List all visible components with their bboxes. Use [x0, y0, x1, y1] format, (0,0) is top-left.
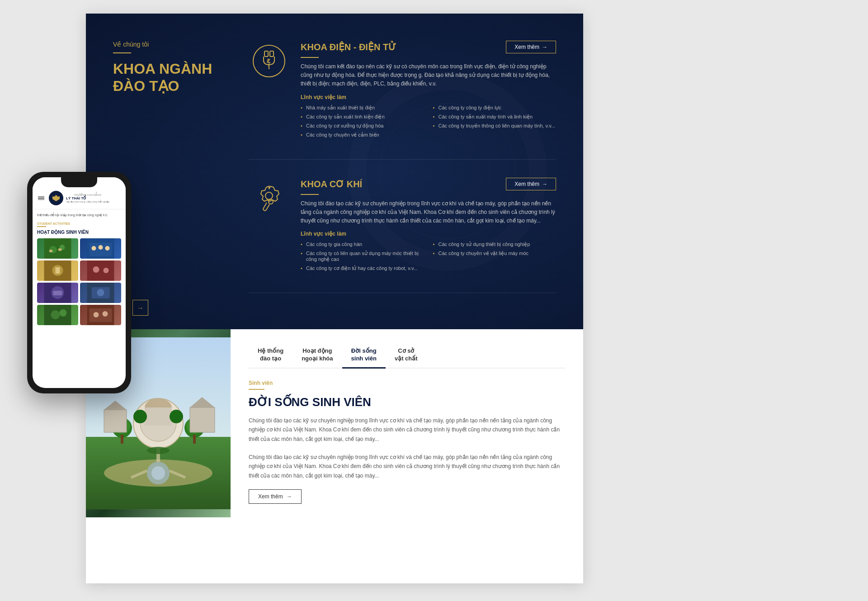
phone-content: thế thiếu để hội nhập trong thời đại côn… [33, 209, 126, 331]
tab-doi-song[interactable]: Đời sốngsinh viên [342, 343, 386, 369]
phone-img-activity6 [80, 305, 121, 325]
job-item: Các công ty công ty điện lực [433, 104, 557, 112]
tab-he-thong[interactable]: Hệ thốngđào tạo [249, 343, 292, 369]
dept-mechanical-name: KHOA CƠ KHÍ Xem thêm [301, 178, 556, 190]
hamburger-icon[interactable] [38, 196, 44, 200]
section-label: Sinh viên [249, 380, 565, 386]
svg-rect-15 [121, 435, 123, 444]
section-desc-1: Chúng tôi đào tạo các kỹ sư chuyên nghiệ… [249, 416, 565, 444]
xem-them-electrical-btn[interactable]: Xem thêm [506, 41, 556, 53]
svg-point-34 [49, 250, 53, 252]
dept-electrical-desc: Chúng tôi cam kết đào tạo nên các kỹ sư … [301, 62, 556, 89]
phone-screen: TRƯỜNG CAO ĐẲNG LÝ THÁI TỔ Tạo lập hành … [33, 177, 126, 388]
svg-rect-18 [193, 435, 196, 444]
main-title-line1: KHOA NGÀNH [113, 61, 212, 77]
job-item: Các công ty sử dụng thiết bị công nghiệp [433, 241, 557, 248]
section-divider-gold [249, 389, 264, 390]
phone-img-sports [37, 238, 78, 259]
svg-point-0 [253, 45, 285, 77]
phone-grid-row2 [37, 260, 121, 281]
svg-rect-49 [53, 291, 62, 295]
job-item: Các công ty chuyên về vật liệu máy móc [433, 250, 557, 263]
svg-rect-23 [190, 407, 215, 432]
mechanical-icon [249, 178, 289, 218]
dept-electrical: KHOA ĐIỆN - ĐIỆN TỬ Xem thêm Chúng tôi c… [249, 41, 556, 160]
dept-electrical-name: KHOA ĐIỆN - ĐIỆN TỬ Xem thêm [301, 41, 556, 53]
job-item: Các công ty gia công hàn [301, 241, 424, 248]
dept-electrical-header: KHOA ĐIỆN - ĐIỆN TỬ Xem thêm Chúng tôi c… [249, 41, 556, 139]
svg-rect-31 [44, 238, 71, 259]
about-label: Về chúng tôi [113, 41, 226, 48]
svg-point-52 [97, 289, 104, 296]
phone-mockup: TRƯỜNG CAO ĐẲNG LÝ THÁI TỔ Tạo lập hành … [27, 172, 131, 393]
job-item: Các công ty chuyên về cảm biến [301, 131, 424, 139]
phone-grid-row4 [37, 305, 121, 325]
xem-them-mechanical-btn[interactable]: Xem thêm [506, 178, 556, 190]
svg-rect-43 [56, 267, 60, 274]
svg-point-35 [58, 248, 62, 251]
phone-grid-row1 [37, 238, 121, 259]
dept-mechanical-desc: Chúng tôi đào tạo các kỹ sư chuyên nghiệ… [301, 199, 556, 226]
phone-logo: TRƯỜNG CAO ĐẲNG LÝ THÁI TỔ Tạo lập hành … [49, 191, 109, 205]
divider-gold [113, 52, 131, 53]
phone-body-text: thế thiếu để hội nhập trong thời đại côn… [37, 213, 121, 218]
dark-section: Về chúng tôi KHOA NGÀNH ĐÀO TẠO [86, 14, 583, 329]
desktop-mockup: Về chúng tôi KHOA NGÀNH ĐÀO TẠO [86, 14, 583, 583]
svg-point-46 [104, 268, 109, 273]
dept-mechanical-header: KHOA CƠ KHÍ Xem thêm Chúng tôi đào tạo c… [249, 178, 556, 273]
linh-vuc-electrical-label: Lĩnh vực việc làm [301, 94, 556, 100]
xem-them-white-btn[interactable]: Xem thêm → [249, 489, 302, 504]
svg-point-26 [151, 466, 165, 480]
svg-rect-12 [145, 407, 172, 426]
svg-rect-1 [264, 51, 268, 57]
phone-activities-label: STUDENT ACTIVITIES [37, 222, 121, 225]
svg-point-55 [60, 309, 67, 317]
section-title: ĐỜI SỐNG SINH VIÊN [249, 395, 565, 409]
right-content: KHOA ĐIỆN - ĐIỆN TỬ Xem thêm Chúng tôi c… [249, 32, 556, 293]
dept-electrical-divider [301, 57, 319, 58]
phone-img-activity5 [37, 305, 78, 325]
tabs-row: Hệ thốngđào tạo Hoạt độngngoại khóa Đời … [249, 343, 565, 369]
svg-point-30 [147, 447, 170, 454]
svg-point-19 [133, 410, 147, 423]
left-panel: Về chúng tôi KHOA NGÀNH ĐÀO TẠO [113, 41, 226, 95]
svg-rect-57 [90, 308, 112, 322]
phone-grid-row3 [37, 283, 121, 303]
phone-img-activity3 [37, 283, 78, 303]
section-desc-2: Chúng tôi đào tạo các kỹ sư chuyên nghiệ… [249, 453, 565, 480]
job-item: Các công ty sản xuất máy tính và linh ki… [433, 113, 557, 121]
job-item: Các công ty cơ điện tử hay các công ty r… [301, 265, 424, 272]
phone-img-activity2 [80, 260, 121, 281]
next-btn[interactable]: → [132, 300, 148, 316]
svg-point-54 [51, 310, 60, 319]
hamburger-line [38, 196, 44, 197]
svg-point-38 [92, 246, 96, 251]
tab-hoat-dong[interactable]: Hoạt độngngoại khóa [292, 343, 342, 369]
phone-school-top: TRƯỜNG CAO ĐẲNG [66, 193, 109, 196]
phone-img-activity1 [37, 260, 78, 281]
svg-rect-21 [104, 410, 127, 432]
svg-point-58 [94, 312, 99, 317]
tab-co-so[interactable]: Cơ sởvật chất [386, 343, 427, 369]
arrow-icon: → [287, 493, 292, 500]
phone-tagline: Tạo lập hành trang, vững vàng khởi nghiệ… [66, 200, 109, 203]
svg-rect-2 [270, 51, 274, 57]
hamburger-line [38, 198, 44, 199]
svg-point-5 [269, 199, 273, 204]
phone-outer: TRƯỜNG CAO ĐẲNG LÝ THÁI TỔ Tạo lập hành … [27, 172, 131, 393]
dept-mechanical-info: KHOA CƠ KHÍ Xem thêm Chúng tôi đào tạo c… [301, 178, 556, 273]
dept-mechanical-divider [301, 194, 319, 195]
job-areas-mechanical: Các công ty gia công hàn Các công ty sử … [301, 241, 556, 272]
dept-mechanical: KHOA CƠ KHÍ Xem thêm Chúng tôi đào tạo c… [249, 178, 556, 293]
phone-activities-title: HOẠT ĐỘNG SINH VIÊN [37, 230, 121, 235]
job-areas-electrical: Nhà máy sản xuất thiết bị điện Các công … [301, 104, 556, 139]
main-title: KHOA NGÀNH ĐÀO TẠO [113, 60, 226, 95]
svg-rect-44 [87, 260, 114, 281]
main-title-line2: ĐÀO TẠO [113, 78, 179, 94]
job-item: Các công ty cơ xưởng tự động hóa [301, 122, 424, 130]
phone-notch [61, 177, 97, 187]
job-item: Nhà máy sản xuất thiết bị điện [301, 104, 424, 112]
job-item: Các công ty sản xuất linh kiện điện [301, 113, 424, 121]
phone-img-activity4 [80, 283, 121, 303]
white-section: Hệ thốngđào tạo Hoạt độngngoại khóa Đời … [86, 329, 583, 517]
